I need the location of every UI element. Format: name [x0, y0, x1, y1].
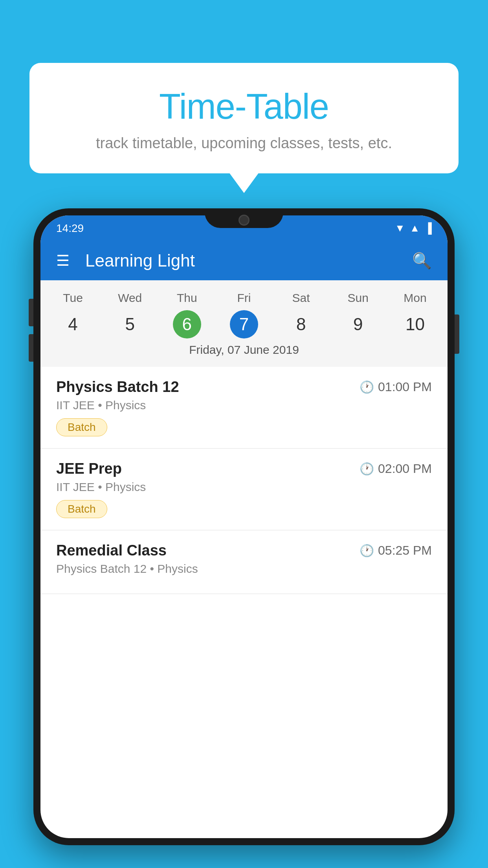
schedule-item-1-title: JEE Prep — [56, 460, 122, 477]
day-header-wed: Wed — [101, 288, 158, 308]
speech-bubble: Time-Table track timetable, upcoming cla… — [29, 63, 459, 173]
battery-icon: ▐ — [425, 222, 432, 234]
day-header-tue: Tue — [44, 288, 101, 308]
day-10[interactable]: 10 — [387, 310, 444, 338]
hamburger-menu-icon[interactable]: ☰ — [56, 252, 70, 269]
clock-icon-2: 🕐 — [360, 544, 374, 557]
day-4[interactable]: 4 — [44, 310, 101, 338]
schedule-item-1[interactable]: JEE Prep 🕐 02:00 PM IIT JEE • Physics Ba… — [40, 449, 448, 530]
phone-notch — [205, 208, 283, 228]
app-title: Learning Light — [85, 251, 396, 270]
wifi-icon: ▼ — [395, 222, 405, 234]
clock-icon-0: 🕐 — [360, 380, 374, 394]
day-header-mon: Mon — [387, 288, 444, 308]
phone-vol-down — [29, 334, 33, 362]
day-6-today[interactable]: 6 — [173, 310, 201, 338]
phone-camera — [238, 215, 250, 226]
schedule-item-1-sub: IIT JEE • Physics — [56, 480, 432, 494]
selected-date-label: Friday, 07 June 2019 — [40, 338, 448, 363]
schedule-item-2-sub: Physics Batch 12 • Physics — [56, 562, 432, 576]
day-5[interactable]: 5 — [101, 310, 158, 338]
clock-icon-1: 🕐 — [360, 462, 374, 476]
schedule-item-1-time: 🕐 02:00 PM — [360, 462, 432, 476]
day-header-thu: Thu — [158, 288, 215, 308]
phone-screen: 14:29 ▼ ▲ ▐ ☰ Learning Light 🔍 Tue Wed T… — [40, 215, 448, 838]
day-header-sat: Sat — [273, 288, 330, 308]
phone-power-button — [455, 314, 459, 354]
day-header-sun: Sun — [330, 288, 387, 308]
day-numbers: 4 5 6 7 8 9 10 — [40, 310, 448, 338]
batch-tag-1: Batch — [56, 500, 107, 518]
phone-vol-up — [29, 299, 33, 326]
schedule-item-1-header: JEE Prep 🕐 02:00 PM — [56, 460, 432, 477]
schedule-item-2-time: 🕐 05:25 PM — [360, 543, 432, 558]
schedule-item-0-time: 🕐 01:00 PM — [360, 380, 432, 394]
schedule-item-0[interactable]: Physics Batch 12 🕐 01:00 PM IIT JEE • Ph… — [40, 367, 448, 449]
day-8[interactable]: 8 — [273, 310, 330, 338]
day-header-fri: Fri — [215, 288, 272, 308]
status-time: 14:29 — [56, 222, 84, 235]
schedule-item-2[interactable]: Remedial Class 🕐 05:25 PM Physics Batch … — [40, 530, 448, 594]
bubble-title: Time-Table — [49, 86, 439, 127]
day-headers: Tue Wed Thu Fri Sat Sun Mon — [40, 288, 448, 308]
schedule-item-0-sub: IIT JEE • Physics — [56, 399, 432, 412]
schedule-item-2-title: Remedial Class — [56, 542, 167, 559]
calendar-strip: Tue Wed Thu Fri Sat Sun Mon 4 5 6 7 8 9 … — [40, 280, 448, 367]
day-9[interactable]: 9 — [330, 310, 387, 338]
schedule-item-0-header: Physics Batch 12 🕐 01:00 PM — [56, 379, 432, 395]
search-icon[interactable]: 🔍 — [412, 252, 432, 270]
bubble-subtitle: track timetable, upcoming classes, tests… — [49, 135, 439, 152]
schedule-list: Physics Batch 12 🕐 01:00 PM IIT JEE • Ph… — [40, 367, 448, 594]
signal-icon: ▲ — [410, 222, 420, 234]
status-icons: ▼ ▲ ▐ — [395, 222, 432, 234]
phone-wrapper: 14:29 ▼ ▲ ▐ ☰ Learning Light 🔍 Tue Wed T… — [33, 208, 455, 868]
phone-outer: 14:29 ▼ ▲ ▐ ☰ Learning Light 🔍 Tue Wed T… — [33, 208, 455, 845]
batch-tag-0: Batch — [56, 418, 107, 436]
schedule-item-0-title: Physics Batch 12 — [56, 379, 179, 395]
app-bar: ☰ Learning Light 🔍 — [40, 241, 448, 280]
day-7-selected[interactable]: 7 — [230, 310, 258, 338]
schedule-item-2-header: Remedial Class 🕐 05:25 PM — [56, 542, 432, 559]
